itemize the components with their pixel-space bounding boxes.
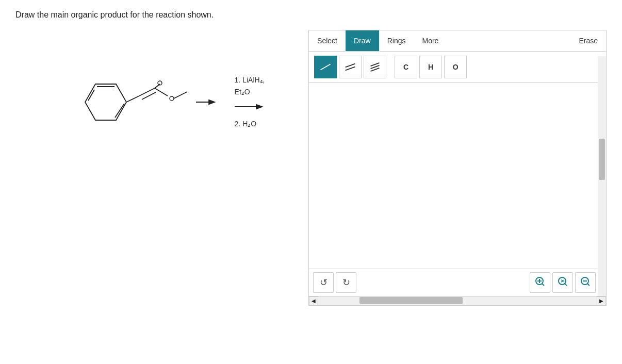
undo-button[interactable]: ↺ [313, 272, 334, 293]
redo-icon: ↻ [342, 277, 350, 288]
bottom-controls: ↺ ↻ [309, 269, 606, 296]
svg-line-3 [115, 104, 124, 118]
oxygen-atom-button[interactable]: O [444, 56, 467, 78]
drawing-panel: Select Draw Rings More Erase [308, 30, 607, 306]
single-bond-button[interactable] [314, 56, 337, 78]
svg-line-5 [139, 88, 155, 96]
svg-line-8 [155, 84, 160, 88]
more-button[interactable]: More [414, 30, 447, 51]
single-bond-icon [320, 64, 331, 71]
zoom-out-button[interactable] [575, 272, 596, 293]
tools-row: C H O [309, 52, 606, 83]
svg-line-11 [174, 92, 187, 98]
redo-button[interactable]: ↻ [336, 272, 356, 293]
scroll-left-button[interactable]: ◀ [309, 296, 318, 306]
zoom-out-icon [580, 276, 591, 289]
carbon-atom-button[interactable]: C [395, 56, 417, 78]
double-bond-icon [345, 65, 355, 69]
zoom-in-button[interactable] [530, 272, 550, 293]
scroll-right-button[interactable]: ▶ [597, 296, 606, 306]
vertical-scrollbar[interactable] [598, 56, 606, 296]
scroll-thumb[interactable] [359, 297, 463, 304]
rings-button[interactable]: Rings [379, 30, 414, 51]
triple-bond-icon [370, 64, 380, 70]
draw-button[interactable]: Draw [346, 30, 379, 51]
toolbar: Select Draw Rings More Erase [309, 30, 606, 52]
triple-bond-button[interactable] [364, 56, 386, 78]
step1-solvent-label: Et₂O [235, 86, 250, 97]
molecule-svg [54, 45, 219, 159]
svg-line-17 [542, 284, 544, 286]
vertical-scroll-thumb[interactable] [599, 139, 605, 180]
svg-line-19 [565, 284, 567, 286]
reaction-arrow-svg [235, 102, 266, 112]
horizontal-scrollbar[interactable]: ◀ ▶ [309, 296, 606, 305]
double-bond-button[interactable] [339, 56, 362, 78]
canvas-area[interactable] [309, 83, 606, 269]
erase-button[interactable]: Erase [570, 30, 606, 51]
zoom-reset-icon [558, 276, 568, 289]
svg-marker-0 [85, 84, 126, 120]
svg-line-9 [155, 88, 168, 96]
step2-label: 2. H₂O [235, 120, 257, 128]
svg-point-10 [170, 96, 174, 101]
reaction-conditions: 1. LiAlH₄, Et₂O [235, 74, 270, 129]
zoom-in-icon [535, 276, 545, 289]
question-text: Draw the main organic product for the re… [15, 10, 607, 20]
svg-line-4 [126, 96, 139, 102]
undo-icon: ↺ [320, 277, 328, 288]
svg-line-22 [587, 284, 590, 286]
hydrogen-atom-button[interactable]: H [419, 56, 442, 78]
scroll-track[interactable] [318, 296, 597, 305]
step1-label: 1. LiAlH₄, [235, 74, 265, 86]
molecule-area: 1. LiAlH₄, Et₂O [15, 30, 308, 159]
select-button[interactable]: Select [309, 30, 346, 51]
zoom-reset-button[interactable] [552, 272, 573, 293]
